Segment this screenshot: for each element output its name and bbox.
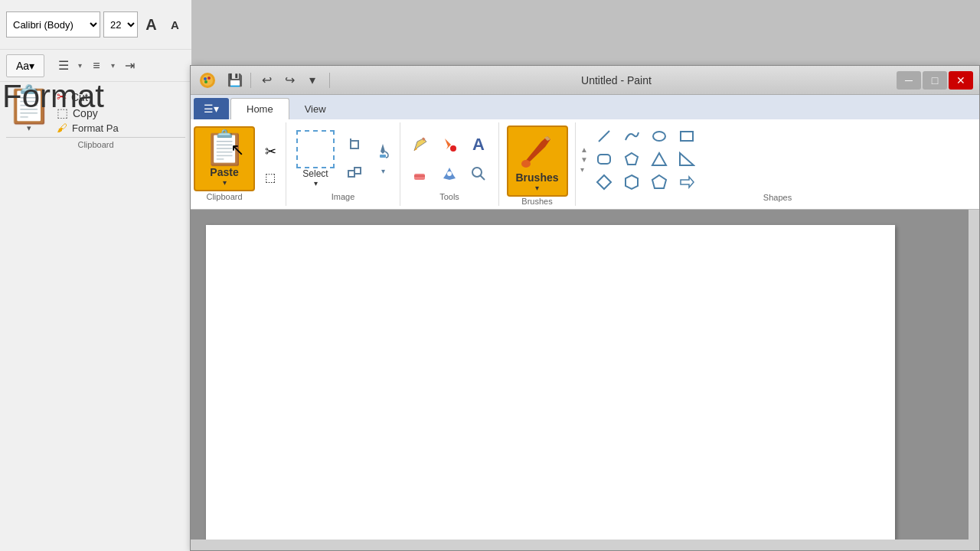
paint-ribbon: 📋 ↖ Paste ▾ Clipboard ✂ ⬚: [191, 119, 979, 210]
word-format-painter-button[interactable]: 🖌 Format Pa: [57, 122, 119, 134]
tab-home[interactable]: Home: [230, 98, 289, 119]
crop-button[interactable]: [343, 133, 368, 158]
shape-curve-button[interactable]: [619, 126, 645, 147]
brush-icon: [518, 130, 557, 171]
svg-marker-27: [680, 153, 694, 165]
shape-pentagon-button[interactable]: [646, 171, 672, 193]
paste-icon: 📋 ↖: [204, 131, 246, 165]
horizontal-scrollbar[interactable]: [191, 540, 979, 550]
paint-ribbon-tabs: ☰▾ Home View: [191, 95, 979, 119]
svg-point-3: [207, 77, 211, 80]
svg-marker-28: [597, 175, 611, 189]
svg-marker-11: [381, 144, 385, 154]
clipboard-small-buttons: ✂ ⬚: [258, 126, 283, 203]
word-size-dropdown[interactable]: 22: [103, 11, 138, 37]
pencil-button[interactable]: [407, 131, 434, 158]
paste-dropdown-arrow[interactable]: ▾: [223, 178, 227, 187]
fill-color-area: ▾: [372, 140, 394, 178]
brushes-label: Brushes: [515, 171, 558, 184]
svg-line-19: [480, 175, 485, 180]
word-shrink-font-button[interactable]: A: [165, 11, 185, 37]
shape-right-triangle-button[interactable]: [674, 148, 700, 170]
shape-arrow-button[interactable]: [674, 171, 700, 193]
fill-button[interactable]: [436, 131, 463, 158]
text-button[interactable]: A: [465, 131, 492, 158]
paint-window: 💾 ↩ ↪ ▾ Untitled - Paint ─ □ ✕ ☰▾ Home V…: [190, 65, 980, 551]
svg-point-2: [204, 77, 207, 80]
maximize-button[interactable]: □: [923, 71, 947, 90]
svg-rect-12: [380, 155, 386, 158]
word-bullets-button[interactable]: ☰: [51, 53, 77, 79]
color-picker-button[interactable]: [436, 160, 463, 187]
tools-section-label: Tools: [439, 192, 459, 203]
svg-marker-26: [652, 153, 666, 165]
resize-button[interactable]: [343, 161, 368, 185]
vertical-scrollbar[interactable]: [969, 210, 979, 550]
shapes-grid: [591, 126, 700, 193]
shape-diamond-button[interactable]: [591, 171, 617, 193]
ribbon-brushes-section: Brushes ▾ Brushes: [499, 122, 576, 206]
shapes-scroll-up-button[interactable]: ▲: [580, 145, 588, 154]
magnifier-button[interactable]: [465, 160, 492, 187]
shape-polygon-button[interactable]: [619, 148, 645, 170]
brushes-button[interactable]: Brushes ▾: [507, 126, 568, 197]
svg-rect-8: [351, 140, 359, 142]
paint-app-icon: [197, 70, 218, 91]
svg-marker-25: [626, 153, 638, 165]
svg-point-1: [202, 75, 213, 86]
titlebar-separator: [329, 73, 330, 88]
svg-rect-10: [354, 168, 361, 174]
svg-rect-5: [350, 139, 351, 149]
eraser-button[interactable]: [407, 160, 434, 187]
shapes-section-label: Shapes: [580, 193, 975, 204]
paint-canvas-area: [191, 210, 979, 550]
customize-quickaccess-button[interactable]: ▾: [302, 70, 323, 91]
save-button[interactable]: 💾: [224, 70, 246, 91]
shape-rectangle-button[interactable]: [674, 126, 700, 147]
paste-button[interactable]: 📋 ↖ Paste ▾: [194, 126, 255, 191]
svg-marker-30: [652, 175, 666, 188]
titlebar-controls: ─ □ ✕: [897, 71, 973, 90]
word-grow-font-button[interactable]: A: [141, 11, 162, 37]
shape-line-button[interactable]: [591, 126, 617, 147]
cut-button[interactable]: ✂: [258, 140, 283, 163]
shape-hexagon-button[interactable]: [619, 171, 645, 193]
undo-button[interactable]: ↩: [256, 70, 277, 91]
svg-point-22: [653, 132, 665, 141]
close-button[interactable]: ✕: [949, 71, 973, 90]
shape-triangle-button[interactable]: [646, 148, 672, 170]
shape-rounded-rect-button[interactable]: [591, 148, 617, 170]
cursor-icon: ↖: [230, 142, 244, 158]
word-font-dropdown[interactable]: Calibri (Body): [6, 11, 100, 37]
shape-ellipse-button[interactable]: [646, 126, 672, 147]
fill-color-dropdown[interactable]: ▾: [379, 165, 387, 178]
fill-color-button[interactable]: [372, 140, 394, 161]
svg-point-17: [447, 171, 452, 176]
tools-grid: A: [407, 131, 492, 187]
word-aa-button[interactable]: Aa▾: [6, 54, 44, 77]
shapes-scroll-down-button[interactable]: ▼: [580, 155, 588, 164]
paint-menu-button[interactable]: ☰▾: [194, 98, 229, 119]
select-icon: [296, 130, 335, 168]
ribbon-image-section: Select ▾: [286, 122, 400, 206]
redo-button[interactable]: ↪: [279, 70, 300, 91]
paint-canvas[interactable]: [206, 225, 895, 550]
word-numbering-button[interactable]: ≡: [83, 53, 109, 79]
copy-button[interactable]: ⬚: [258, 166, 283, 189]
word-ribbon-extras: Aa▾ ☰ ▾ ≡ ▾ ⇥: [0, 50, 191, 82]
shapes-scroll-more-button[interactable]: ▾: [580, 165, 588, 174]
word-format-text: Format: [2, 78, 104, 115]
select-dropdown-arrow[interactable]: ▾: [314, 179, 318, 187]
svg-point-4: [204, 80, 207, 83]
word-indent-button[interactable]: ⇥: [116, 53, 142, 79]
word-font-ribbon: Calibri (Body) 22 A A: [0, 0, 191, 50]
separator: [250, 73, 251, 88]
quick-access-bar: 💾 ↩ ↪ ▾: [224, 70, 323, 91]
ribbon-shapes-section: ▲ ▼ ▾: [576, 122, 979, 206]
minimize-button[interactable]: ─: [897, 71, 921, 90]
svg-line-21: [599, 131, 609, 142]
select-button[interactable]: Select ▾: [292, 126, 338, 191]
text-icon: A: [472, 135, 485, 155]
brushes-dropdown-arrow[interactable]: ▾: [535, 184, 539, 192]
tab-view[interactable]: View: [289, 98, 341, 119]
